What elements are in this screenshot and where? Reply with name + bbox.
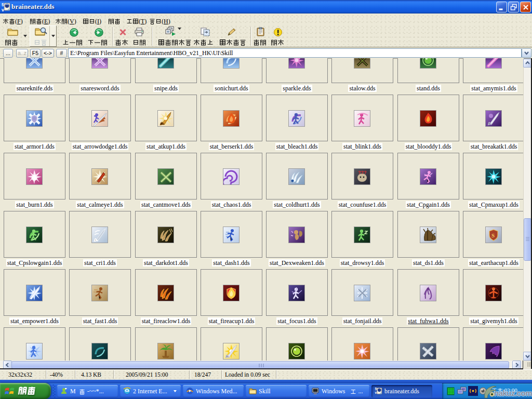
svg-text:5: 5 bbox=[375, 387, 377, 391]
svg-text:S: S bbox=[491, 232, 495, 238]
svg-text:5: 5 bbox=[2, 2, 4, 7]
svg-text:v: v bbox=[2, 7, 4, 11]
svg-text:???: ??? bbox=[358, 170, 367, 175]
svg-text:v: v bbox=[375, 391, 377, 394]
